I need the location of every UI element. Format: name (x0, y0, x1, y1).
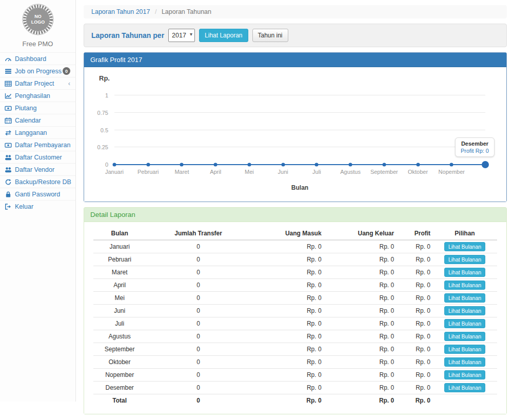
table-cell: Agustus (93, 330, 146, 343)
table-cell: Lihat Bulanan (432, 266, 497, 279)
table-cell: 0 (146, 330, 251, 343)
sidebar-item-dashboard[interactable]: Dashboard (0, 52, 75, 65)
table-icon (4, 81, 12, 87)
table-cell: Januari (93, 240, 146, 253)
sidebar-item-label: Daftar Pembayaran (15, 142, 70, 149)
total-row: Total0Rp. 0Rp. 0Rp. 0 (93, 394, 497, 407)
lihat-bulanan-button[interactable]: Lihat Bulanan (444, 255, 485, 264)
lihat-bulanan-button[interactable]: Lihat Bulanan (444, 242, 485, 251)
lihat-bulanan-button[interactable]: Lihat Bulanan (444, 319, 485, 328)
x-tick-label: Nopember (439, 169, 465, 175)
y-axis-label: Rp. (99, 74, 499, 82)
table-cell: Lihat Bulanan (432, 292, 497, 305)
money-icon (4, 142, 12, 148)
sidebar-menu: Dashboard Job on Progress 0 Daftar Proje… (0, 52, 75, 212)
x-tick-label: Juli (312, 169, 321, 175)
data-point-oktober[interactable] (416, 163, 420, 167)
data-point-juli[interactable] (315, 163, 319, 167)
refresh-icon (4, 179, 12, 185)
table-cell: Juni (93, 305, 146, 317)
lihat-bulanan-button[interactable]: Lihat Bulanan (444, 281, 485, 290)
sidebar-item-label: Ganti Password (15, 191, 60, 198)
table-cell: Rp. 0 (324, 382, 397, 394)
table-cell: Rp. 0 (251, 292, 324, 305)
sidebar-item-label: Job on Progress (15, 68, 62, 75)
sidebar-item-label: Daftar Project (15, 80, 54, 87)
year-filter-panel: Laporan Tahunan per 2017 Lihat Laporan T… (84, 24, 507, 47)
sidebar-item-piutang[interactable]: Piutang (0, 102, 75, 114)
table-cell: Rp. 0 (251, 240, 324, 253)
table-cell: Rp. 0 (396, 330, 432, 343)
data-point-maret[interactable] (180, 163, 184, 167)
sidebar-item-label: Langganan (15, 129, 47, 136)
count-badge: 0 (63, 67, 70, 75)
table-cell: Rp. 0 (251, 369, 324, 382)
sidebar-item-penghasilan[interactable]: Penghasilan (0, 89, 75, 102)
breadcrumb-link[interactable]: Laporan Tahun 2017 (91, 8, 150, 15)
table-cell: Lihat Bulanan (432, 305, 497, 317)
sidebar-item-ganti-password[interactable]: Ganti Password (0, 188, 75, 200)
table-cell: Rp. 0 (396, 394, 432, 407)
year-select[interactable]: 2017 (168, 29, 195, 42)
lihat-bulanan-button[interactable]: Lihat Bulanan (444, 306, 485, 315)
lock-icon (4, 191, 12, 197)
sidebar-item-daftar-pembayaran[interactable]: Daftar Pembayaran (0, 138, 75, 151)
breadcrumb-separator: / (155, 8, 156, 15)
chart-panel-title: Grafik Profit 2017 (84, 53, 506, 67)
chevron-left-icon: ‹ (68, 79, 70, 87)
tahun-ini-button[interactable]: Tahun ini (252, 29, 288, 42)
y-tick-label: 0.5 (101, 127, 108, 133)
sidebar-item-daftar-customer[interactable]: Daftar Customer (0, 151, 75, 163)
lihat-bulanan-button[interactable]: Lihat Bulanan (444, 370, 485, 379)
lihat-bulanan-button[interactable]: Lihat Bulanan (444, 268, 485, 277)
table-row: Agustus0Rp. 0Rp. 0Rp. 0Lihat Bulanan (93, 330, 497, 343)
table-cell: Lihat Bulanan (432, 369, 497, 382)
calendar-icon (4, 117, 12, 124)
table-cell: Lihat Bulanan (432, 356, 497, 369)
sidebar-item-daftar-vendor[interactable]: Daftar Vendor (0, 163, 75, 175)
profit-line (114, 164, 485, 165)
table-cell: Rp. 0 (396, 240, 432, 253)
lihat-bulanan-button[interactable]: Lihat Bulanan (444, 383, 485, 392)
detail-table-body: Januari0Rp. 0Rp. 0Rp. 0Lihat BulananPebr… (93, 240, 497, 407)
sidebar-item-label: Calendar (15, 117, 41, 124)
logo-text-line1: NO (34, 14, 42, 19)
tooltip-value: Profit Rp: 0 (461, 148, 489, 154)
table-cell: 0 (146, 240, 251, 253)
table-cell: Mei (93, 292, 146, 305)
table-cell: Rp. 0 (396, 305, 432, 317)
data-point-agustus[interactable] (349, 163, 352, 167)
table-cell: Rp. 0 (396, 356, 432, 369)
table-cell: 0 (146, 356, 251, 369)
lihat-bulanan-button[interactable]: Lihat Bulanan (444, 345, 485, 354)
table-cell: Rp. 0 (324, 317, 397, 330)
filter-label: Laporan Tahunan per (91, 31, 164, 39)
sidebar-item-daftar-project[interactable]: Daftar Project ‹ (0, 77, 75, 89)
x-tick-label: Januari (105, 169, 124, 175)
table-cell: 0 (146, 382, 251, 394)
table-cell: Rp. 0 (251, 356, 324, 369)
col-header-uang-masuk: Uang Masuk (251, 227, 324, 240)
data-point-juni[interactable] (281, 163, 285, 167)
data-point-april[interactable] (214, 163, 218, 167)
sidebar-item-job-on-progress[interactable]: Job on Progress 0 (0, 65, 75, 77)
table-cell: Rp. 0 (324, 279, 397, 292)
data-point-pebruari[interactable] (146, 163, 150, 167)
data-point-desember[interactable] (482, 161, 489, 168)
data-point-september[interactable] (382, 163, 386, 167)
sidebar-item-langganan[interactable]: Langganan (0, 126, 75, 138)
sidebar-item-keluar[interactable]: Keluar (0, 200, 75, 212)
lihat-bulanan-button[interactable]: Lihat Bulanan (444, 332, 485, 341)
sidebar-item-backup-restore-db[interactable]: Backup/Restore DB (0, 175, 75, 188)
lihat-laporan-button[interactable]: Lihat Laporan (199, 29, 248, 42)
data-point-nopember[interactable] (450, 163, 453, 167)
sidebar-item-calendar[interactable]: Calendar (0, 114, 75, 126)
table-cell: 0 (146, 394, 251, 407)
data-point-mei[interactable] (247, 163, 251, 167)
lihat-bulanan-button[interactable]: Lihat Bulanan (444, 293, 485, 303)
table-cell: 0 (146, 343, 251, 356)
data-point-januari[interactable] (113, 163, 116, 167)
line-chart-icon (4, 93, 12, 99)
lihat-bulanan-button[interactable]: Lihat Bulanan (444, 357, 485, 367)
table-cell: Rp. 0 (251, 253, 324, 266)
